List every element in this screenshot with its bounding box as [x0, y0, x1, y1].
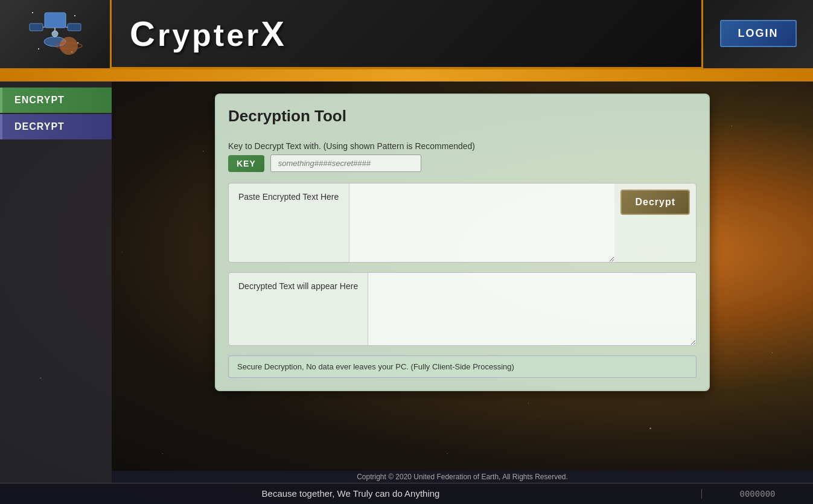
svg-rect-0: [45, 13, 66, 28]
left-nav: ENCRYPT DECRYPT: [0, 81, 112, 504]
output-label: Decrypted Text will appear Here: [229, 273, 368, 345]
tagline-text: Because together, We Truly can do Anythi…: [262, 488, 440, 499]
decrypt-output-row: Decrypted Text will appear Here: [228, 272, 697, 346]
nav-decrypt[interactable]: DECRYPT: [0, 114, 112, 139]
footer-code: 0000000: [701, 489, 813, 499]
logo-box: [0, 0, 112, 68]
app-title-area: CrypterX: [112, 13, 701, 54]
svg-point-9: [74, 15, 75, 16]
output-textarea[interactable]: [368, 273, 696, 345]
nav-encrypt[interactable]: ENCRYPT: [0, 88, 112, 113]
login-button[interactable]: LOGIN: [720, 20, 797, 47]
svg-point-10: [38, 48, 39, 49]
tool-card: Decryption Tool Key to Decrypt Text with…: [215, 94, 710, 391]
footer-copyright-bar: Coptright © 2020 United Federation of Ea…: [112, 471, 813, 483]
decrypt-button[interactable]: Decrypt: [620, 190, 690, 215]
tool-title: Decryption Tool: [228, 107, 697, 130]
svg-point-13: [60, 37, 78, 55]
key-input-row: KEY: [228, 155, 697, 172]
key-badge: KEY: [228, 155, 264, 172]
footer-note: Secure Decryption, No data ever leaves y…: [228, 356, 697, 378]
logo-icon: [27, 7, 84, 61]
svg-point-8: [32, 12, 33, 13]
encrypt-textarea[interactable]: [349, 183, 614, 262]
key-section: Key to Decrypt Text with. (Using shown P…: [228, 141, 697, 172]
svg-rect-4: [30, 24, 43, 31]
decrypt-button-area: Decrypt: [614, 183, 696, 262]
svg-point-3: [52, 31, 58, 37]
copyright-text: Coptright © 2020 United Federation of Ea…: [357, 473, 568, 481]
key-description: Key to Decrypt Text with. (Using shown P…: [228, 141, 697, 151]
main-content: Decryption Tool Key to Decrypt Text with…: [112, 81, 813, 471]
app-title: CrypterX: [130, 13, 701, 54]
encrypt-input-row: Paste Encrypted Text Here Decrypt: [228, 183, 697, 263]
header: CrypterX LOGIN: [0, 0, 813, 69]
svg-rect-5: [68, 24, 81, 31]
login-area: LOGIN: [701, 0, 813, 68]
key-input[interactable]: [270, 155, 421, 172]
footer-bottom: Because together, We Truly can do Anythi…: [0, 483, 813, 504]
orange-stripe: [0, 69, 813, 81]
encrypt-textarea-label: Paste Encrypted Text Here: [229, 183, 349, 262]
